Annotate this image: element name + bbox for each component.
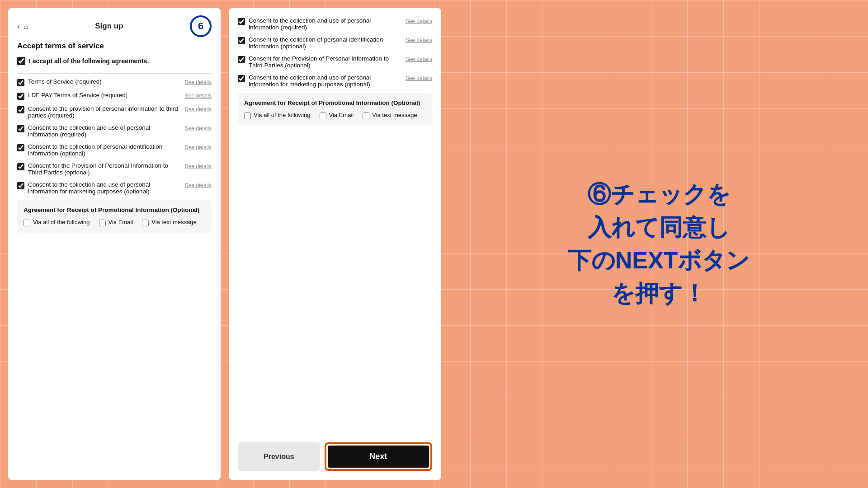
previous-button[interactable]: Previous [238, 442, 320, 471]
promo-all-checkbox[interactable] [24, 220, 30, 226]
instruction-line-3: 下のNEXTボタン [568, 244, 750, 277]
mid-promo-all-checkbox[interactable] [244, 113, 251, 119]
list-item: Consent to the collection and use of per… [17, 181, 212, 195]
middle-content: Consent to the collection and use of per… [238, 17, 432, 433]
promo-option-text: Via text message [142, 219, 196, 226]
checkbox-label-7: Consent to the collection and use of per… [28, 181, 181, 195]
see-details-1[interactable]: See details [185, 79, 212, 85]
list-item: Consent to the collection and use of per… [17, 124, 212, 138]
list-item: Consent to the collection of personal id… [17, 143, 212, 157]
home-icon[interactable]: ⌂ [24, 22, 28, 31]
mid-promo-text-label: Via text message [372, 112, 417, 118]
buttons-row: Previous Next [238, 442, 432, 471]
list-item: Consent for the Provision of Personal In… [17, 162, 212, 176]
accept-all-checkbox[interactable] [17, 57, 25, 65]
instruction-line-4: を押す！ [568, 277, 750, 310]
left-panel: ‹ ⌂ Sign up 6 Accept terms of service I … [8, 8, 221, 480]
left-header: ‹ ⌂ Sign up 6 [17, 15, 212, 37]
mid-promo-all-label: Via all of the following [254, 112, 311, 118]
checkbox-item-3[interactable] [17, 106, 24, 113]
promo-options-left: Via all of the following Via Email Via t… [24, 219, 205, 226]
promo-box-middle: Agreement for Receipt of Promotional Inf… [238, 93, 432, 126]
see-details-7[interactable]: See details [185, 182, 212, 188]
mid-see-details-3[interactable]: See details [406, 56, 432, 62]
see-details-6[interactable]: See details [185, 163, 212, 169]
see-details-4[interactable]: See details [185, 125, 212, 131]
mid-promo-email-checkbox[interactable] [320, 113, 326, 119]
list-item: LDF PAY Terms of Service (required) See … [17, 92, 212, 100]
mid-promo-email: Via Email [320, 112, 354, 119]
checkbox-item-4[interactable] [17, 125, 24, 132]
mid-checkbox-3[interactable] [238, 56, 245, 63]
checkbox-label-2: LDF PAY Terms of Service (required) [28, 92, 181, 99]
list-item: Consent to the collection and use of per… [238, 74, 432, 88]
checkbox-item-1[interactable] [17, 79, 24, 86]
checkbox-item-5[interactable] [17, 144, 24, 151]
instruction-line-2: 入れて同意し [568, 211, 750, 244]
checkbox-label-1: Terms of Service (required) [28, 78, 181, 85]
mid-promo-text: Via text message [363, 112, 417, 119]
checkbox-label-5: Consent to the collection of personal id… [28, 143, 181, 157]
mid-promo-all: Via all of the following [244, 112, 311, 119]
mid-label-2: Consent to the collection of personal id… [249, 36, 402, 50]
list-item: Terms of Service (required) See details [17, 78, 212, 86]
promo-option-email: Via Email [99, 219, 133, 226]
see-details-5[interactable]: See details [185, 144, 212, 150]
right-panel: ⑥チェックを 入れて同意し 下のNEXTボタン を押す！ [449, 0, 868, 488]
promo-box-left: Agreement for Receipt of Promotional Inf… [17, 200, 212, 233]
promo-option-all: Via all of the following [24, 219, 90, 226]
section-title: Accept terms of service [17, 42, 212, 51]
mid-see-details-2[interactable]: See details [406, 37, 432, 43]
checkbox-item-2[interactable] [17, 93, 24, 100]
next-button-wrapper: Next [325, 442, 432, 471]
list-item: Consent to the collection of personal id… [238, 36, 432, 50]
mid-checkbox-1[interactable] [238, 18, 245, 25]
list-item: Consent to the provision of personal inf… [17, 105, 212, 119]
middle-panel: Consent to the collection and use of per… [229, 8, 441, 480]
mid-promo-email-label: Via Email [329, 112, 354, 118]
checkbox-label-4: Consent to the collection and use of per… [28, 124, 181, 138]
instruction-text: ⑥チェックを 入れて同意し 下のNEXTボタン を押す！ [568, 178, 750, 310]
mid-checkbox-4[interactable] [238, 75, 245, 82]
promo-email-label: Via Email [108, 219, 133, 225]
promo-email-checkbox[interactable] [99, 220, 106, 226]
instruction-line-1: ⑥チェックを [568, 178, 750, 211]
mid-label-4: Consent to the collection and use of per… [249, 74, 402, 88]
promo-options-middle: Via all of the following Via Email Via t… [244, 112, 426, 119]
mid-promo-text-checkbox[interactable] [363, 113, 369, 119]
accept-all-row: I accept all of the following agreements… [17, 57, 212, 65]
promo-text-label: Via text message [151, 219, 196, 225]
checkbox-item-6[interactable] [17, 163, 24, 170]
accept-all-label: I accept all of the following agreements… [29, 57, 149, 65]
step-circle: 6 [190, 15, 212, 37]
nav-icons: ‹ ⌂ [17, 22, 28, 31]
checkbox-label-6: Consent for the Provision of Personal In… [28, 162, 181, 176]
see-details-2[interactable]: See details [185, 93, 212, 99]
promo-title-middle: Agreement for Receipt of Promotional Inf… [244, 99, 426, 106]
mid-label-1: Consent to the collection and use of per… [249, 17, 402, 31]
mid-see-details-1[interactable]: See details [406, 18, 432, 24]
mid-see-details-4[interactable]: See details [406, 75, 432, 81]
list-item: Consent to the collection and use of per… [238, 17, 432, 31]
checkbox-item-7[interactable] [17, 182, 24, 189]
promo-title-left: Agreement for Receipt of Promotional Inf… [24, 206, 205, 213]
list-item: Consent for the Provision of Personal In… [238, 55, 432, 69]
divider [17, 73, 212, 74]
promo-all-label: Via all of the following [33, 219, 90, 225]
mid-checkbox-2[interactable] [238, 37, 245, 44]
checkbox-label-3: Consent to the provision of personal inf… [28, 105, 181, 119]
promo-text-checkbox[interactable] [142, 220, 149, 226]
page-title: Sign up [28, 22, 190, 31]
next-button[interactable]: Next [328, 446, 429, 468]
back-icon[interactable]: ‹ [17, 22, 20, 31]
see-details-3[interactable]: See details [185, 106, 212, 113]
mid-label-3: Consent for the Provision of Personal In… [249, 55, 402, 69]
